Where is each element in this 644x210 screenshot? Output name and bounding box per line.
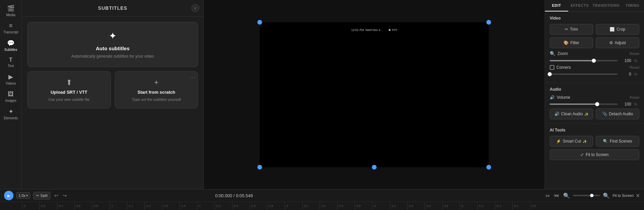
timeline-area: ▶ 1.0x ▾ ✂ Split ↩ ↪ 0:00.000 / 0:05.549… — [0, 189, 644, 210]
sidebar-item-label: Subtitles — [4, 48, 17, 52]
timeline-zoom-slider[interactable] — [573, 195, 600, 196]
sidebar-item-label: Elements — [4, 116, 18, 120]
redo-button[interactable]: ↪ — [62, 192, 68, 199]
fit-screen-label: Fit to Screen — [586, 152, 609, 157]
upload-srt-desc: Use your own subtitle file — [49, 97, 90, 101]
audio-buttons-row: 🔊 Clean Audio ✨ 📎 Detach Audio — [550, 109, 639, 119]
corners-reset-button[interactable]: Reset — [630, 65, 639, 69]
corner-handle-tl[interactable] — [257, 20, 262, 25]
smart-cut-label: Smart Cut — [563, 139, 581, 144]
zoom-slider[interactable] — [550, 60, 618, 61]
crop-button[interactable]: ⬜ Crop — [596, 24, 639, 35]
fit-to-screen-button[interactable]: ⤢ Fit to Screen — [550, 149, 639, 160]
sidebar-item-elements[interactable]: ✦ Elements — [1, 106, 21, 122]
trim-button[interactable]: ✂ Trim — [550, 24, 593, 35]
tab-transitions[interactable]: TRANSITIONS — [591, 0, 621, 11]
trim-label: Trim — [570, 27, 578, 32]
timeline-zoom-thumb[interactable] — [590, 194, 593, 197]
subtitles-title: SUBTITLES — [98, 5, 127, 11]
adjust-button[interactable]: ⚙ Adjust — [596, 37, 639, 48]
sidebar-item-images[interactable]: 🖼 Images — [1, 89, 21, 104]
zoom-reset-button[interactable]: Reset — [630, 52, 639, 56]
subtitles-icon: 💬 — [7, 39, 14, 47]
ruler-mark: :1.8 — [180, 202, 197, 210]
clean-audio-button[interactable]: 🔊 Clean Audio ✨ — [550, 109, 593, 119]
sidebar-item-videos[interactable]: ▶ Videos — [1, 71, 21, 87]
volume-label: Volume — [557, 95, 570, 100]
clean-audio-icon: 🔊 — [554, 112, 559, 116]
sidebar-item-transcript[interactable]: ≡ Transcript — [1, 20, 21, 36]
smart-cut-icon: ⚡ — [556, 139, 561, 144]
sidebar-item-text[interactable]: T Text — [1, 55, 21, 70]
filter-button[interactable]: 🎨 Filter — [550, 37, 593, 48]
find-scenes-button[interactable]: 🔍 Find Scenes — [596, 136, 639, 147]
preview-area: 12:01 PM Wed Nov 4 ▣ 83% — [204, 0, 545, 189]
fit-to-screen-timeline-button[interactable]: Fit to Screen — [613, 193, 634, 198]
total-time: 0:05.549 — [236, 193, 253, 198]
sidebar: 🎬 Media ≡ Transcript 💬 Subtitles T Text … — [0, 0, 22, 189]
zoom-out-button[interactable]: 🔍 — [562, 191, 571, 200]
split-label: Split — [40, 193, 47, 198]
volume-slider[interactable] — [550, 103, 618, 105]
adjust-label: Adjust — [615, 40, 626, 45]
date-display-phone: Wed Nov 4 — [365, 28, 380, 32]
corners-unit: % — [634, 72, 639, 76]
skip-to-start-button[interactable]: ⏮ — [553, 191, 560, 200]
detach-audio-button[interactable]: 📎 Detach Audio — [596, 109, 639, 119]
bottom-center-handle[interactable] — [372, 165, 377, 170]
volume-reset-button[interactable]: Reset — [630, 95, 639, 99]
ruler-mark: :3.4 — [320, 202, 337, 210]
tab-effects[interactable]: EFFECTS — [568, 0, 591, 11]
collapse-panel-button[interactable]: ‹ — [191, 4, 199, 12]
detach-audio-label: Detach Audio — [609, 112, 633, 116]
start-from-scratch-card[interactable]: ⋯ + Start from scratch Type out the subt… — [115, 71, 198, 109]
corner-handle-bl[interactable] — [257, 165, 262, 170]
ruler-mark: :0.6 — [74, 202, 92, 210]
upload-icon: ⬆ — [66, 78, 72, 87]
time-display-phone: 12:01 PM — [351, 28, 364, 32]
auto-subtitles-card[interactable]: ✦ Auto subtitles Automatically generate … — [27, 22, 198, 67]
zoom-in-button[interactable]: 🔍 — [602, 191, 611, 200]
ruler-mark: :1.6 — [162, 202, 180, 210]
play-icon: ▶ — [7, 194, 10, 198]
ruler-mark: :2 — [197, 202, 215, 210]
ruler-mark: :5 — [460, 202, 477, 210]
speed-value: 1.0x — [19, 193, 26, 198]
corners-row-header: Corners Reset — [550, 65, 639, 70]
zoom-slider-thumb[interactable] — [592, 59, 596, 63]
corner-handle-br[interactable] — [486, 165, 491, 170]
plus-icon: + — [154, 78, 159, 87]
tab-edit[interactable]: EDIT — [545, 0, 568, 11]
corner-handle-tr[interactable] — [486, 20, 491, 25]
ruler-mark: :1.2 — [127, 202, 144, 210]
start-scratch-title: Start from scratch — [137, 90, 175, 95]
split-button[interactable]: ✂ Split — [33, 192, 51, 200]
ruler-mark: :0 — [22, 202, 39, 210]
video-buttons-row: ✂ Trim ⬜ Crop — [550, 24, 639, 35]
corners-slider[interactable] — [550, 73, 618, 75]
smart-cut-button[interactable]: ⚡ Smart Cut ✨ — [550, 136, 593, 147]
ruler-mark: :2.6 — [250, 202, 267, 210]
ai-section: AI Tools ⚡ Smart Cut ✨ 🔍 Find Scenes ⤢ F… — [545, 124, 644, 167]
zoom-unit: % — [634, 59, 639, 63]
split-tracks-button[interactable]: ⇔ — [544, 191, 551, 200]
undo-button[interactable]: ↩ — [53, 192, 59, 199]
filter-icon: 🎨 — [564, 40, 569, 45]
volume-slider-thumb[interactable] — [595, 102, 599, 106]
ruler-marks-container: :0 :0.2 :0.4 :0.6 :0.8 :1 :1.2 :1.4 :1.6… — [22, 202, 547, 210]
subtitles-panel: SUBTITLES ‹ ✦ Auto subtitles Automatical… — [22, 0, 204, 189]
right-tabs: EDIT EFFECTS TRANSITIONS TIMING — [545, 0, 644, 12]
tab-timing[interactable]: TIMING — [621, 0, 644, 11]
phone-indicator: 12:01 PM Wed Nov 4 ▣ 83% — [348, 28, 400, 32]
speed-button[interactable]: 1.0x ▾ — [16, 192, 30, 199]
upload-srt-card[interactable]: ⬆ Upload SRT / VTT Use your own subtitle… — [27, 71, 111, 109]
auto-subtitles-desc: Automatically generate subtitles for you… — [71, 54, 154, 59]
ai-sparkle-icon: ✨ — [584, 112, 588, 116]
corners-slider-thumb[interactable] — [548, 72, 552, 76]
sidebar-item-media[interactable]: 🎬 Media — [1, 3, 21, 19]
sidebar-item-subtitles[interactable]: 💬 Subtitles — [1, 37, 21, 54]
close-timeline-button[interactable]: ✕ — [636, 192, 640, 199]
play-button[interactable]: ▶ — [4, 191, 13, 200]
timeline-ruler: :0 :0.2 :0.4 :0.6 :0.8 :1 :1.2 :1.4 :1.6… — [0, 202, 644, 210]
ruler-mark: :4 — [372, 202, 390, 210]
